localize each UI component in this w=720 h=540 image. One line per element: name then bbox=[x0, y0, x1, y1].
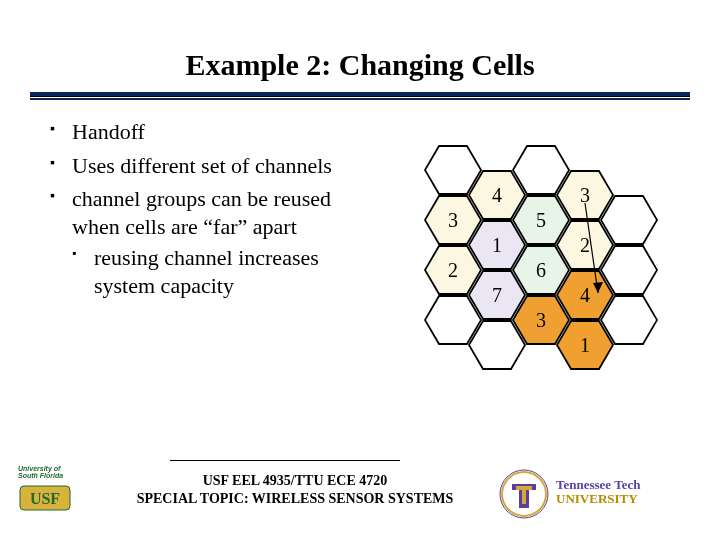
bullet-3a: reusing channel increases system capacit… bbox=[72, 244, 360, 299]
slide: Example 2: Changing Cells Handoff Uses d… bbox=[0, 0, 720, 540]
hex-label: 2 bbox=[558, 222, 612, 268]
hex-label: 3 bbox=[426, 197, 480, 243]
hex-label: 3 bbox=[514, 297, 568, 343]
title-underline bbox=[30, 92, 690, 100]
bullet-2: Uses different set of channels bbox=[50, 152, 360, 180]
ttu-line1: Tennessee Tech bbox=[556, 477, 640, 492]
hex-label: 1 bbox=[470, 222, 524, 268]
ttu-text: Tennessee Tech UNIVERSITY bbox=[556, 478, 640, 507]
usf-line2: South Florida bbox=[18, 472, 63, 479]
svg-text:USF: USF bbox=[30, 490, 60, 507]
hex-label: 5 bbox=[514, 197, 568, 243]
footer-line1: USF EEL 4935/TTU ECE 4720 bbox=[203, 473, 388, 488]
hex-label: 4 bbox=[470, 172, 524, 218]
hex-label: 2 bbox=[426, 247, 480, 293]
hex-label: 4 bbox=[558, 272, 612, 318]
usf-logo-icon: USF bbox=[18, 480, 78, 516]
body-text: Handoff Uses different set of channels c… bbox=[50, 118, 360, 305]
bullet-1: Handoff bbox=[50, 118, 360, 146]
slide-title: Example 2: Changing Cells bbox=[0, 48, 720, 82]
ttu-line2: UNIVERSITY bbox=[556, 491, 638, 506]
hex-diagram: 4 3 3 5 1 2 2 6 7 4 3 1 bbox=[380, 145, 700, 445]
hex-label: 6 bbox=[514, 247, 568, 293]
bullet-3-text: channel groups can be reused when cells … bbox=[72, 186, 331, 239]
bullet-3: channel groups can be reused when cells … bbox=[50, 185, 360, 299]
hex-label: 1 bbox=[558, 322, 612, 368]
hex-label: 7 bbox=[470, 272, 524, 318]
ttu-logo bbox=[498, 468, 550, 520]
footer-rule bbox=[170, 460, 400, 461]
ttu-logo-icon bbox=[498, 468, 550, 520]
footer-text: USF EEL 4935/TTU ECE 4720 SPECIAL TOPIC:… bbox=[110, 472, 480, 507]
usf-line1: University of bbox=[18, 465, 60, 472]
usf-logo: University of South Florida USF bbox=[18, 465, 108, 523]
hex-label: 3 bbox=[558, 172, 612, 218]
footer-line2: SPECIAL TOPIC: WIRELESS SENSOR SYSTEMS bbox=[137, 491, 454, 506]
